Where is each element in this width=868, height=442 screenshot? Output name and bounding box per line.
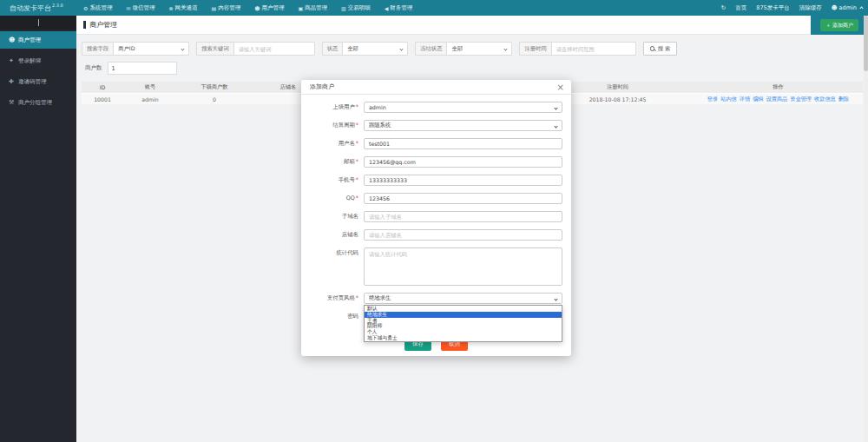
sidebar-item-invite-code[interactable]: ✚ 邀请码管理 bbox=[0, 73, 76, 90]
regtime-input-wrap bbox=[552, 43, 635, 55]
nav-item-gateway[interactable]: ⊗ 网关通道 bbox=[161, 0, 204, 16]
dropdown-option[interactable]: 个人 bbox=[365, 329, 562, 335]
nav-item-trade[interactable]: ▥ 交易明细 bbox=[334, 0, 378, 16]
action-edit-link[interactable]: 编辑 bbox=[753, 96, 763, 103]
shop-name-input[interactable] bbox=[369, 232, 557, 238]
dropdown-option[interactable]: 阴阳师 bbox=[365, 323, 562, 329]
keyword-input[interactable] bbox=[239, 46, 304, 52]
email-input-wrap bbox=[364, 156, 562, 168]
nav-item-content[interactable]: ▤ 内容管理 bbox=[204, 0, 247, 16]
regtime-input[interactable] bbox=[556, 46, 625, 52]
bar-chart-icon: ▥ bbox=[341, 5, 346, 11]
merchant-count-input[interactable] bbox=[108, 62, 177, 75]
freeze-status-select[interactable]: 全部 bbox=[447, 43, 511, 55]
page-title: 商户管理 bbox=[89, 20, 117, 30]
nav-item-finance[interactable]: ◀ 财务管理 bbox=[378, 0, 420, 16]
sidebar-item-merchant-group[interactable]: ⚒ 商户分组管理 bbox=[0, 94, 76, 111]
dropdown-option[interactable]: 地下城与勇士 bbox=[365, 335, 562, 341]
status-select[interactable]: 全部 bbox=[343, 43, 407, 55]
keyword-input-wrap bbox=[234, 43, 314, 55]
filter-bar: 搜索字段 商户ID 搜索关键词 状态 全部 冻结状态 全部 bbox=[82, 42, 863, 56]
parent-user-select[interactable]: admin bbox=[364, 102, 562, 113]
select-value: 商户ID bbox=[118, 45, 135, 53]
merchant-count-row: 商户数 bbox=[82, 62, 863, 75]
page-scrollbar bbox=[864, 16, 868, 442]
sidebar-collapse-toggle[interactable] bbox=[0, 16, 76, 30]
nav-item-user[interactable]: ☻ 用户管理 bbox=[247, 0, 291, 16]
dropdown-option[interactable]: 默认 bbox=[365, 306, 562, 312]
user-menu[interactable]: ☻ admin bbox=[832, 4, 863, 11]
action-message-link[interactable]: 站内信 bbox=[720, 96, 737, 103]
sidebar-item-login-unbind[interactable]: ✦ 登录解绑 bbox=[0, 52, 76, 69]
speaker-icon: ◀ bbox=[385, 5, 389, 11]
dropdown-option[interactable]: 王者 bbox=[365, 318, 562, 324]
goods-icon: ▣ bbox=[298, 5, 303, 11]
filter-label: 冻结状态 bbox=[416, 43, 447, 55]
close-icon[interactable]: × bbox=[557, 82, 564, 93]
chevron-down-icon bbox=[554, 106, 557, 109]
select-value: 跟随系统 bbox=[369, 122, 391, 129]
field-label: 支付页风格* bbox=[310, 293, 364, 304]
nav-site-link[interactable]: 875发卡平台 bbox=[756, 4, 789, 12]
filter-freeze-status: 冻结状态 全部 bbox=[415, 42, 512, 56]
phone-input[interactable] bbox=[369, 177, 557, 183]
dropdown-option-selected[interactable]: 绝地求生 bbox=[365, 312, 562, 318]
top-navbar: 自动发卡平台2.3.8 ⚙ 系统管理 ✉ 微信管理 ⊗ 网关通道 ▤ 内容管理 … bbox=[0, 0, 868, 16]
field-label: 用户名* bbox=[310, 138, 364, 149]
field-email: 邮箱* bbox=[310, 156, 562, 168]
chevron-down-icon bbox=[554, 297, 557, 300]
nav-item-goods[interactable]: ▣ 商品管理 bbox=[291, 0, 334, 16]
search-button-label: 搜 索 bbox=[658, 45, 671, 53]
username-input[interactable] bbox=[369, 141, 557, 147]
nav-clear-cache-link[interactable]: 清除缓存 bbox=[799, 4, 822, 12]
field-pay-style: 支付页风格* 绝地求生 默认 绝地求生 王者 阴阳师 个人 地下城与勇士 bbox=[310, 293, 562, 304]
username: admin bbox=[839, 4, 857, 11]
brand-logo[interactable]: 自动发卡平台2.3.8 bbox=[0, 3, 76, 13]
add-merchant-button[interactable]: ＋ 添加商户 bbox=[820, 19, 858, 31]
field-label: QQ* bbox=[310, 193, 364, 204]
field-stat-code: 统计代码 bbox=[310, 247, 562, 286]
settle-cycle-select[interactable]: 跟随系统 bbox=[364, 120, 562, 131]
email-input[interactable] bbox=[369, 159, 557, 165]
nav-home-link[interactable]: 首页 bbox=[735, 4, 746, 12]
field-label: 邮箱* bbox=[310, 156, 364, 168]
nav-label: 商品管理 bbox=[305, 4, 327, 12]
shop-name-input-wrap bbox=[364, 229, 562, 241]
action-funds-link[interactable]: 资金管理 bbox=[790, 96, 812, 103]
search-field-select[interactable]: 商户ID bbox=[114, 43, 188, 55]
pay-style-select[interactable]: 绝地求生 默认 绝地求生 王者 阴阳师 个人 地下城与勇士 bbox=[364, 293, 562, 304]
subdomain-input[interactable] bbox=[369, 214, 557, 220]
action-detail-link[interactable]: 详情 bbox=[740, 96, 750, 103]
action-payment-info-link[interactable]: 收款信息 bbox=[814, 96, 836, 103]
pay-style-dropdown: 默认 绝地求生 王者 阴阳师 个人 地下城与勇士 bbox=[364, 305, 562, 342]
nav-item-wechat[interactable]: ✉ 微信管理 bbox=[119, 0, 161, 16]
stat-code-textarea[interactable] bbox=[364, 247, 562, 286]
refresh-icon[interactable]: ↻ bbox=[721, 4, 726, 11]
brand-name: 自动发卡平台 bbox=[10, 4, 51, 12]
wechat-icon: ✉ bbox=[126, 5, 130, 11]
field-qq: QQ* bbox=[310, 193, 562, 204]
field-label: 手机号* bbox=[310, 175, 364, 186]
field-label: 结算周期* bbox=[310, 120, 364, 131]
action-login-link[interactable]: 登录 bbox=[707, 96, 718, 103]
document-icon: ▤ bbox=[211, 5, 216, 11]
header-corner: ＋ 添加商户 bbox=[811, 16, 868, 35]
filter-label: 状态 bbox=[323, 43, 344, 55]
col-id: ID bbox=[82, 84, 123, 90]
search-icon bbox=[650, 46, 655, 51]
search-button[interactable]: 搜 索 bbox=[643, 42, 678, 56]
chevron-up-icon bbox=[859, 6, 863, 10]
scrollbar-thumb[interactable] bbox=[864, 16, 868, 71]
filter-keyword: 搜索关键词 bbox=[196, 42, 314, 56]
field-shop-name: 店铺名 bbox=[310, 229, 562, 241]
sidebar-item-merchant[interactable]: ☻ 商户管理 bbox=[0, 31, 76, 49]
action-set-goods-link[interactable]: 设置商品 bbox=[766, 96, 788, 103]
nav-item-system[interactable]: ⚙ 系统管理 bbox=[76, 0, 119, 16]
merchant-icon: ☻ bbox=[9, 36, 18, 43]
cell-sub-count: 0 bbox=[177, 96, 252, 102]
qq-input[interactable] bbox=[369, 195, 557, 201]
action-delete-link[interactable]: 删除 bbox=[838, 96, 849, 103]
field-parent-user: 上级用户* admin bbox=[310, 102, 562, 113]
sidebar: ☻ 商户管理 ✦ 登录解绑 ✚ 邀请码管理 ⚒ 商户分组管理 bbox=[0, 16, 76, 442]
field-label: 店铺名 bbox=[310, 229, 364, 241]
